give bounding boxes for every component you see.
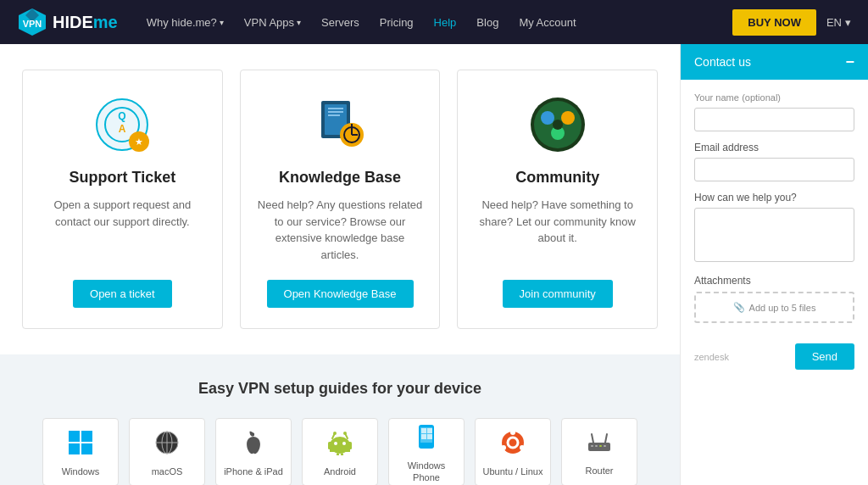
- zendesk-label: zendesk: [694, 352, 729, 362]
- svg-point-23: [553, 120, 563, 130]
- svg-rect-59: [604, 445, 606, 447]
- email-label: Email address: [694, 142, 854, 153]
- ubuntu-icon: [500, 430, 526, 460]
- community-icon: [527, 94, 588, 155]
- contact-footer: zendesk Send: [681, 335, 868, 378]
- svg-rect-57: [595, 445, 598, 447]
- svg-line-60: [592, 434, 593, 443]
- contact-title: Contact us: [694, 55, 751, 69]
- apple-icon: [242, 430, 265, 460]
- attachments-group: Attachments 📎 Add up to 5 files: [694, 275, 854, 323]
- svg-rect-11: [328, 108, 343, 109]
- device-iphone-ipad-label: iPhone & iPad: [224, 466, 283, 477]
- svg-text:A: A: [119, 123, 126, 135]
- page-wrapper: Q A ★ Support Ticket Open a support requ…: [0, 44, 868, 485]
- community-title: Community: [515, 169, 599, 187]
- svg-point-38: [333, 432, 337, 435]
- device-router-label: Router: [585, 465, 613, 477]
- svg-rect-43: [341, 453, 343, 455]
- join-community-button[interactable]: Join community: [503, 280, 613, 308]
- buy-now-button[interactable]: BUY NOW: [732, 9, 816, 36]
- svg-text:★: ★: [135, 137, 143, 147]
- svg-point-20: [541, 111, 554, 125]
- device-android[interactable]: Android: [302, 418, 378, 485]
- logo[interactable]: VPN HIDEme: [17, 7, 118, 37]
- svg-rect-56: [591, 445, 593, 447]
- device-ubuntu-label: Ubuntu / Linux: [483, 466, 543, 477]
- language-selector[interactable]: EN ▾: [826, 16, 851, 29]
- support-ticket-card: Q A ★ Support Ticket Open a support requ…: [22, 70, 223, 329]
- nav-vpn-apps[interactable]: VPN Apps ▾: [236, 11, 309, 34]
- device-ubuntu[interactable]: Ubuntu / Linux: [475, 418, 551, 485]
- windows-icon: [68, 430, 93, 460]
- logo-icon: VPN: [17, 7, 47, 37]
- paperclip-icon: 📎: [733, 302, 745, 313]
- attachments-label: Attachments: [694, 275, 854, 287]
- svg-rect-47: [427, 428, 432, 433]
- navbar: VPN HIDEme Why hide.me? ▾ VPN Apps ▾ Ser…: [0, 0, 868, 44]
- open-knowledge-base-button[interactable]: Open Knowledge Base: [267, 280, 414, 308]
- svg-rect-26: [69, 443, 80, 454]
- name-field-group: Your name (optional): [694, 92, 854, 131]
- svg-point-54: [501, 445, 506, 450]
- left-content: Q A ★ Support Ticket Open a support requ…: [0, 44, 680, 485]
- svg-point-52: [510, 430, 515, 435]
- help-field-group: How can we help you?: [694, 192, 854, 265]
- device-windows-label: Windows: [62, 466, 100, 477]
- svg-point-53: [520, 445, 525, 450]
- svg-rect-46: [421, 428, 426, 433]
- support-desc: Open a support request and contact our s…: [40, 197, 205, 263]
- name-input[interactable]: [694, 108, 854, 131]
- svg-rect-58: [599, 445, 602, 447]
- device-windows-phone[interactable]: Windows Phone: [388, 418, 465, 485]
- device-windows-phone-label: Windows Phone: [394, 460, 459, 482]
- nav-servers[interactable]: Servers: [313, 11, 368, 34]
- help-label: How can we help you?: [694, 192, 854, 203]
- nav-blog[interactable]: Blog: [468, 11, 507, 34]
- knowledge-icon: [309, 94, 370, 155]
- device-macos[interactable]: macOS: [129, 418, 205, 485]
- router-icon: [585, 431, 614, 459]
- attachments-dropzone[interactable]: 📎 Add up to 5 files: [694, 292, 854, 323]
- knowledge-title: Knowledge Base: [279, 169, 401, 187]
- nav-pricing[interactable]: Pricing: [371, 11, 422, 34]
- knowledge-desc: Need help? Any questions related to our …: [258, 197, 423, 263]
- cards-section: Q A ★ Support Ticket Open a support requ…: [5, 44, 675, 329]
- device-windows[interactable]: Windows: [42, 418, 119, 485]
- contact-collapse-button[interactable]: −: [845, 54, 854, 70]
- open-ticket-button[interactable]: Open a ticket: [73, 280, 172, 308]
- device-macos-label: macOS: [152, 466, 183, 477]
- device-iphone-ipad[interactable]: iPhone & iPad: [215, 418, 292, 485]
- windows-phone-icon: [415, 424, 437, 454]
- help-textarea[interactable]: [694, 208, 854, 262]
- svg-rect-48: [421, 434, 426, 439]
- send-button[interactable]: Send: [795, 343, 854, 370]
- android-icon: [328, 430, 352, 460]
- email-field-group: Email address: [694, 142, 854, 181]
- nav-help[interactable]: Help: [426, 11, 465, 34]
- svg-rect-40: [328, 442, 331, 449]
- email-input[interactable]: [694, 158, 854, 181]
- svg-point-39: [343, 432, 347, 435]
- svg-rect-41: [349, 442, 352, 449]
- svg-rect-25: [81, 431, 92, 442]
- logo-text: HIDEme: [53, 13, 118, 32]
- svg-line-61: [605, 434, 607, 443]
- svg-point-35: [342, 442, 346, 445]
- svg-rect-49: [427, 434, 432, 439]
- svg-rect-27: [81, 443, 92, 454]
- community-card: Community Need help? Have something to s…: [457, 70, 658, 329]
- support-icon: Q A ★: [92, 94, 153, 155]
- svg-rect-24: [69, 431, 80, 442]
- svg-text:Q: Q: [119, 110, 126, 122]
- device-grid: Windows macOS: [0, 418, 680, 485]
- device-router[interactable]: Router: [561, 418, 637, 485]
- nav-why-hideme[interactable]: Why hide.me? ▾: [138, 11, 232, 34]
- nav-my-account[interactable]: My Account: [510, 11, 584, 34]
- contact-form: Your name (optional) Email address How c…: [681, 80, 868, 335]
- svg-rect-12: [328, 111, 343, 113]
- knowledge-base-card: Knowledge Base Need help? Any questions …: [240, 70, 441, 329]
- cards-row: Q A ★ Support Ticket Open a support requ…: [22, 70, 658, 329]
- contact-sidebar: Contact us − Your name (optional) Email …: [680, 44, 868, 485]
- svg-point-21: [561, 111, 575, 125]
